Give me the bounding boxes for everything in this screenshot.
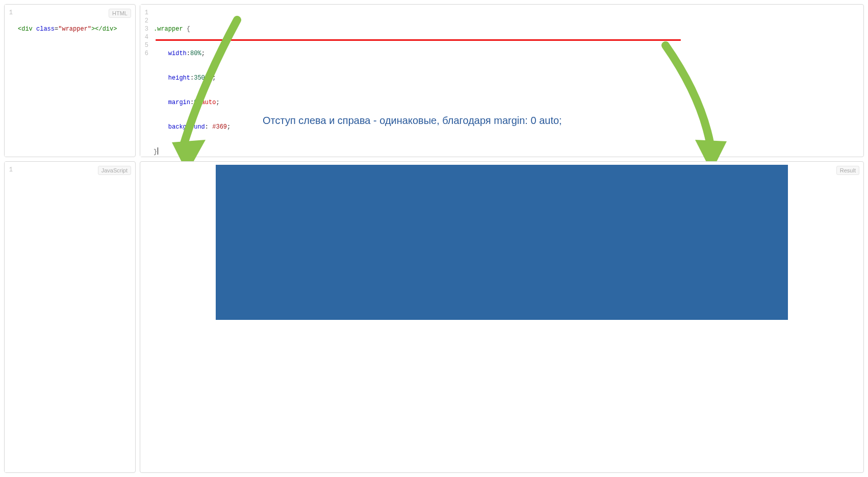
css-panel: 1 2 3 4 5 6 .wrapper { width:80%; height…	[140, 4, 864, 157]
css-editor[interactable]: 1 2 3 4 5 6 .wrapper { width:80%; height…	[140, 5, 863, 157]
result-panel: Result	[140, 161, 864, 473]
html-code[interactable]: <div class="wrapper"></div>	[16, 5, 135, 157]
js-code[interactable]	[16, 162, 135, 472]
annotation-text: Отступ слева и справа - одинаковые, благ…	[263, 115, 562, 127]
js-panel: JavaScript 1	[4, 161, 136, 473]
html-panel: HTML 1 <div class="wrapper"></div>	[4, 4, 136, 157]
css-code[interactable]: .wrapper { width:80%; height:350px; marg…	[151, 5, 863, 157]
result-panel-label: Result	[836, 166, 859, 175]
html-gutter: 1	[5, 5, 16, 157]
underline-annotation	[156, 39, 681, 41]
js-gutter: 1	[5, 162, 16, 472]
js-editor[interactable]: 1	[5, 162, 135, 472]
wrapper-demo-box	[216, 165, 788, 320]
html-editor[interactable]: 1 <div class="wrapper"></div>	[5, 5, 135, 157]
result-output	[140, 162, 863, 472]
css-gutter: 1 2 3 4 5 6	[140, 5, 151, 157]
